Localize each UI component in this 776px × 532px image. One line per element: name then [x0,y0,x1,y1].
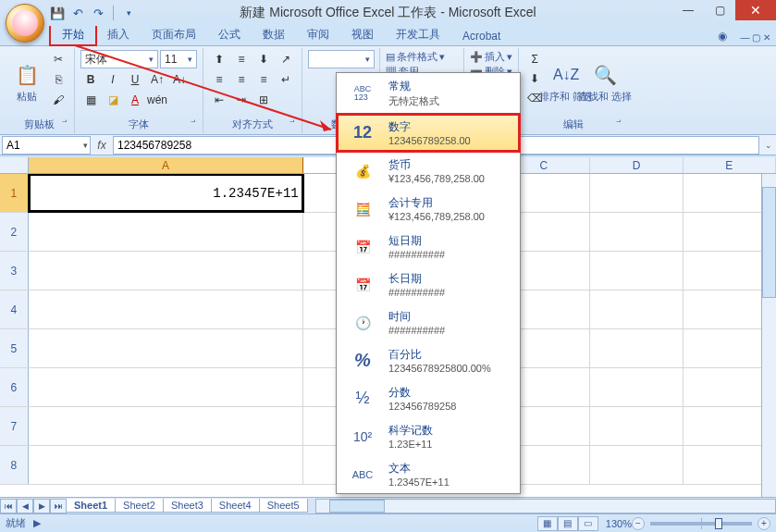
sheet-nav-last-icon[interactable]: ⏭ [50,499,67,513]
numfmt-会计专用[interactable]: 🧮 会计专用¥123,456,789,258.00 [337,190,520,228]
underline-button[interactable]: U [125,70,145,89]
numfmt-分数[interactable]: ½ 分数123456789258 [337,379,520,417]
cell-D7[interactable] [590,407,683,445]
cell-D1[interactable] [590,174,683,212]
page-break-view-icon[interactable]: ▭ [578,516,598,531]
numfmt-货币[interactable]: 💰 货币¥123,456,789,258.00 [337,152,520,190]
row-header-3[interactable]: 3 [0,252,29,290]
expand-formula-icon[interactable]: ⌄ [761,141,776,150]
sheet-nav-first-icon[interactable]: ⏮ [0,499,17,513]
row-header-2[interactable]: 2 [0,213,29,251]
indent-dec-icon[interactable]: ⇤ [209,91,229,109]
paste-button[interactable]: 📋 粘贴 [9,50,44,116]
align-right-icon[interactable]: ≡ [253,70,274,89]
sort-filter-button[interactable]: A↓Z 排序和 筛选 [548,50,584,116]
col-header-D[interactable]: D [590,157,683,173]
qat-more-icon[interactable]: ▾ [121,6,136,20]
tab-home[interactable]: 开始 [50,23,96,45]
macro-record-icon[interactable]: ▶ [33,517,41,529]
font-name-combo[interactable]: 宋体▾ [80,50,158,68]
row-header-6[interactable]: 6 [0,368,29,406]
format-painter-icon[interactable]: 🖌 [48,91,68,109]
italic-button[interactable]: I [103,70,123,89]
cell-D6[interactable] [590,368,683,406]
zoom-in-button[interactable]: + [758,517,770,530]
row-header-8[interactable]: 8 [0,446,29,484]
name-box[interactable]: A1▾ [2,136,91,155]
number-format-combo[interactable]: ▾ [308,50,375,68]
numfmt-长日期[interactable]: 📅 长日期########## [337,266,520,303]
align-center-icon[interactable]: ≡ [231,70,252,89]
cell-A5[interactable] [29,329,303,367]
help-icon[interactable]: ◉ [710,27,734,45]
numfmt-数字[interactable]: 12 数字123456789258.00 [337,114,520,152]
align-left-icon[interactable]: ≡ [209,70,229,89]
border-icon[interactable]: ▦ [80,91,101,109]
sheet-tab-Sheet2[interactable]: Sheet2 [115,499,164,513]
min-ribbon-icon[interactable]: — ▢ ✕ [734,30,776,45]
col-header-E[interactable]: E [684,157,776,173]
zoom-out-button[interactable]: − [632,517,645,530]
numfmt-时间[interactable]: 🕐 时间########## [337,303,520,341]
sheet-tab-Sheet4[interactable]: Sheet4 [211,499,260,513]
fill-icon[interactable]: ⬇ [524,69,545,88]
cell-A4[interactable] [29,291,303,328]
sheet-tab-Sheet5[interactable]: Sheet5 [259,499,308,513]
autosum-icon[interactable]: Σ [524,50,545,68]
cell-D8[interactable] [590,446,683,484]
cell-D3[interactable] [590,252,683,290]
cell-D4[interactable] [590,291,683,328]
tab-data[interactable]: 数据 [252,24,296,45]
numfmt-常规[interactable]: ABC123 常规无特定格式 [337,73,520,114]
numfmt-文本[interactable]: ABC 文本1.23457E+11 [337,455,520,493]
fx-icon[interactable]: fx [92,139,111,152]
row-header-7[interactable]: 7 [0,407,29,445]
cut-icon[interactable]: ✂ [48,50,68,68]
orientation-icon[interactable]: ↗ [276,50,296,68]
numfmt-科学记数[interactable]: 10² 科学记数1.23E+11 [337,417,520,455]
copy-icon[interactable]: ⎘ [48,70,68,89]
tab-view[interactable]: 视图 [340,24,385,45]
cell-A3[interactable] [29,252,303,290]
conditional-format-button[interactable]: ▤ 条件格式 ▾ [386,50,458,64]
sheet-tab-Sheet3[interactable]: Sheet3 [163,499,212,513]
select-all-button[interactable] [0,157,29,173]
row-header-1[interactable]: 1 [0,174,29,212]
col-header-A[interactable]: A [29,157,303,173]
numfmt-百分比[interactable]: % 百分比12345678925800.00% [337,341,520,379]
tab-developer[interactable]: 开发工具 [385,24,451,45]
cell-A8[interactable] [29,446,303,484]
office-button[interactable] [6,4,44,43]
tab-review[interactable]: 审阅 [296,24,340,45]
tab-pagelayout[interactable]: 页面布局 [141,24,207,45]
insert-cells-button[interactable]: ➕ 插入 ▾ [470,50,512,64]
cell-A1[interactable]: 1.23457E+11 [29,174,303,212]
redo-icon[interactable]: ↷ [91,6,105,20]
wrap-text-icon[interactable]: ↵ [276,70,296,89]
vertical-scrollbar[interactable] [761,174,776,497]
numfmt-短日期[interactable]: 📅 短日期########## [337,228,520,266]
sheet-tab-Sheet1[interactable]: Sheet1 [66,499,116,513]
cell-A2[interactable] [29,213,303,251]
sheet-nav-prev-icon[interactable]: ◀ [17,499,33,513]
grow-font-icon[interactable]: A↑ [147,70,167,89]
align-top-icon[interactable]: ⬆ [209,50,229,68]
save-icon[interactable]: 💾 [50,6,65,20]
maximize-button[interactable]: ▢ [704,0,735,20]
close-button[interactable]: ✕ [735,0,776,20]
merge-icon[interactable]: ⊞ [253,91,274,109]
tab-insert[interactable]: 插入 [96,24,141,45]
undo-icon[interactable]: ↶ [70,6,85,20]
sheet-nav-next-icon[interactable]: ▶ [33,499,50,513]
bold-button[interactable]: B [80,70,101,89]
indent-inc-icon[interactable]: ⇥ [231,91,252,109]
normal-view-icon[interactable]: ▦ [537,516,558,531]
tab-formulas[interactable]: 公式 [207,24,252,45]
minimize-button[interactable]: — [672,0,704,20]
zoom-level[interactable]: 130% [606,518,632,529]
cell-D2[interactable] [590,213,683,251]
tab-acrobat[interactable]: Acrobat [451,27,511,45]
shrink-font-icon[interactable]: A↓ [169,70,190,89]
find-select-button[interactable]: 🔍 查找和 选择 [587,50,622,116]
cell-A7[interactable] [29,407,303,445]
